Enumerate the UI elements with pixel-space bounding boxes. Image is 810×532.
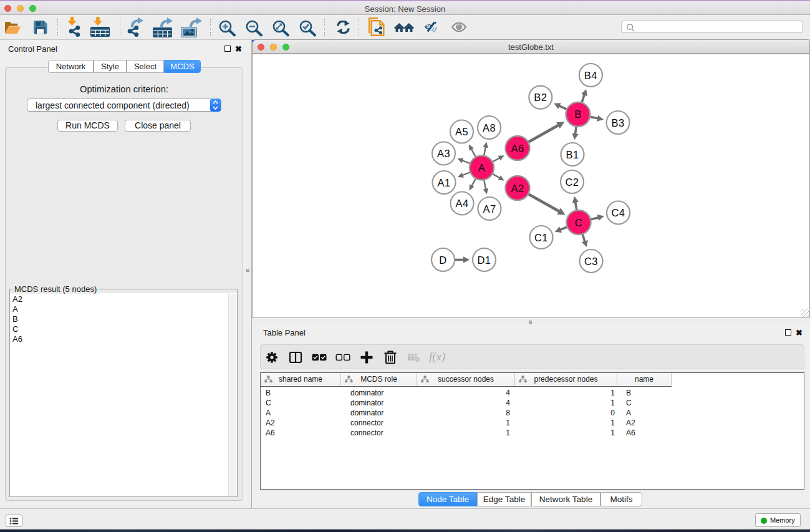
svg-text:A6: A6 bbox=[511, 143, 524, 154]
svg-text:B4: B4 bbox=[584, 70, 597, 81]
svg-text:B: B bbox=[574, 109, 582, 120]
svg-text:A7: A7 bbox=[483, 203, 496, 215]
svg-text:C2: C2 bbox=[565, 177, 579, 188]
svg-text:A8: A8 bbox=[483, 122, 496, 133]
svg-text:A: A bbox=[478, 162, 486, 173]
svg-text:A3: A3 bbox=[437, 148, 450, 159]
svg-text:D: D bbox=[439, 254, 446, 266]
svg-text:A2: A2 bbox=[511, 183, 524, 194]
svg-text:C: C bbox=[575, 217, 582, 228]
svg-text:A1: A1 bbox=[437, 177, 450, 188]
svg-text:B2: B2 bbox=[534, 92, 547, 103]
svg-text:B3: B3 bbox=[611, 117, 624, 128]
svg-text:B1: B1 bbox=[566, 149, 579, 160]
svg-text:A5: A5 bbox=[455, 126, 468, 137]
svg-text:C3: C3 bbox=[584, 256, 598, 267]
svg-text:A4: A4 bbox=[455, 198, 468, 209]
svg-text:D1: D1 bbox=[477, 254, 491, 266]
svg-text:C1: C1 bbox=[534, 232, 548, 243]
svg-text:C4: C4 bbox=[611, 207, 625, 218]
